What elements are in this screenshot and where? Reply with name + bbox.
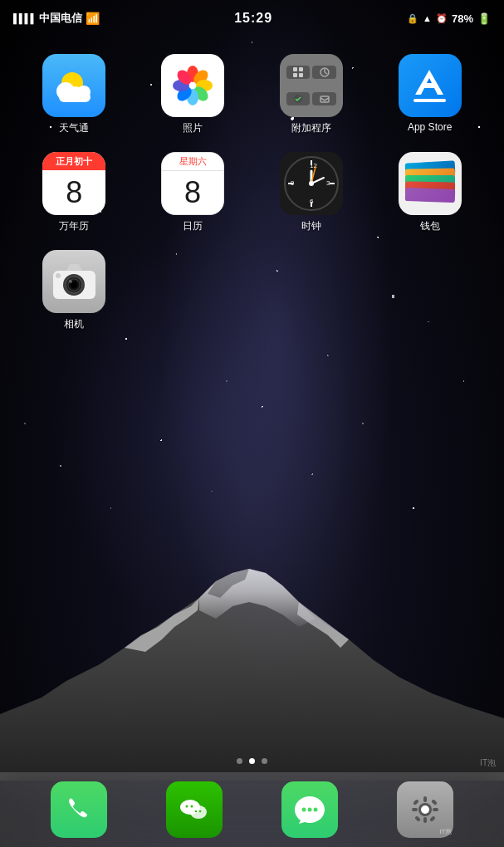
dock: IT泡 (0, 772, 504, 847)
clock-time: 15:29 (234, 11, 272, 26)
clock-label: 时钟 (301, 219, 321, 233)
status-right: 🔒 ▲ ⏰ 78% 🔋 (407, 12, 491, 25)
svg-point-36 (309, 181, 314, 186)
status-left: ▌▌▌▌ 中国电信 📶 (13, 11, 100, 26)
mountain-silhouette (0, 531, 504, 781)
page-dot-3[interactable] (262, 758, 267, 764)
utilities-icon-img (280, 54, 343, 117)
battery-text: 78% (452, 12, 473, 25)
app-utilities[interactable]: 附加程序 (252, 54, 371, 135)
svg-point-49 (199, 810, 202, 813)
calendar-icon-img: 正月初十 8 (42, 152, 105, 215)
page-dots (0, 758, 504, 764)
clock-icon-img: 12 3 6 9 (280, 152, 343, 215)
svg-rect-60 (432, 799, 438, 805)
svg-point-47 (190, 805, 193, 808)
svg-point-52 (314, 808, 318, 812)
svg-rect-58 (433, 808, 438, 811)
photos-icon-img (161, 54, 224, 117)
svg-rect-4 (59, 92, 91, 102)
icons-grid: 天气通 照片 (0, 46, 504, 340)
watermark: IT泡 (480, 757, 496, 769)
svg-rect-15 (299, 67, 303, 71)
appstore-icon-img (399, 54, 462, 117)
dock-phone[interactable] (51, 781, 107, 838)
location-icon: ▲ (423, 13, 432, 23)
svg-point-45 (190, 805, 207, 819)
svg-point-54 (421, 805, 429, 814)
camera-label: 相机 (64, 317, 84, 331)
photos-label: 照片 (183, 121, 203, 135)
svg-point-13 (189, 82, 196, 89)
appstore-label: App Store (408, 121, 452, 133)
dock-settings[interactable]: IT泡 (397, 781, 453, 838)
page-dot-1[interactable] (237, 758, 242, 764)
weather-label: 天气通 (59, 121, 89, 135)
svg-rect-23 (413, 99, 446, 102)
svg-line-20 (325, 72, 327, 74)
svg-rect-56 (423, 817, 427, 823)
svg-text:9: 9 (291, 179, 295, 187)
status-bar: ▌▌▌▌ 中国电信 📶 15:29 🔒 ▲ ⏰ 78% 🔋 (0, 0, 504, 37)
svg-text:6: 6 (310, 198, 314, 205)
app-camera[interactable]: 相机 (15, 250, 134, 331)
svg-rect-14 (293, 67, 297, 71)
dock-messages[interactable] (281, 781, 338, 838)
wifi-icon: 📶 (86, 12, 100, 25)
datecal-label: 日历 (183, 219, 203, 233)
app-appstore[interactable]: App Store (370, 54, 489, 135)
carrier-name: 中国电信 (39, 11, 82, 26)
svg-rect-59 (413, 799, 419, 805)
svg-rect-62 (429, 815, 436, 822)
svg-rect-55 (423, 796, 427, 802)
datecal-date: 8 (184, 178, 201, 208)
datecal-icon-img: 星期六 8 (161, 152, 224, 215)
svg-point-51 (308, 808, 312, 812)
svg-text:12: 12 (310, 162, 317, 169)
svg-point-46 (185, 805, 188, 808)
weather-icon-img (42, 54, 105, 117)
wallet-label: 钱包 (420, 219, 440, 233)
svg-rect-16 (293, 73, 297, 77)
calendar-date: 8 (66, 178, 82, 208)
rotation-lock-icon: 🔒 (407, 13, 418, 24)
svg-rect-17 (299, 73, 303, 77)
app-weather[interactable]: 天气通 (15, 54, 134, 135)
camera-icon-img (42, 250, 105, 313)
app-datecal[interactable]: 星期六 8 日历 (134, 152, 252, 233)
wallet-icon-img (399, 152, 462, 215)
app-calendar[interactable]: 正月初十 8 万年历 (15, 152, 134, 233)
svg-point-42 (69, 280, 72, 283)
app-clock[interactable]: 12 3 6 9 时钟 (252, 152, 371, 233)
signal-bars: ▌▌▌▌ (13, 13, 36, 23)
svg-text:3: 3 (326, 179, 330, 187)
svg-rect-61 (415, 815, 422, 822)
app-wallet[interactable]: 钱包 (370, 152, 489, 233)
svg-point-48 (195, 810, 198, 813)
app-photos[interactable]: 照片 (134, 54, 252, 135)
alarm-icon: ⏰ (436, 13, 448, 24)
utilities-label: 附加程序 (291, 121, 331, 135)
dock-wechat[interactable] (166, 781, 223, 838)
page-dot-2[interactable] (249, 758, 255, 764)
svg-rect-57 (412, 808, 418, 811)
battery-icon: 🔋 (477, 12, 491, 25)
calendar-label: 万年历 (59, 219, 89, 233)
svg-point-43 (56, 273, 61, 278)
svg-point-50 (302, 808, 306, 812)
